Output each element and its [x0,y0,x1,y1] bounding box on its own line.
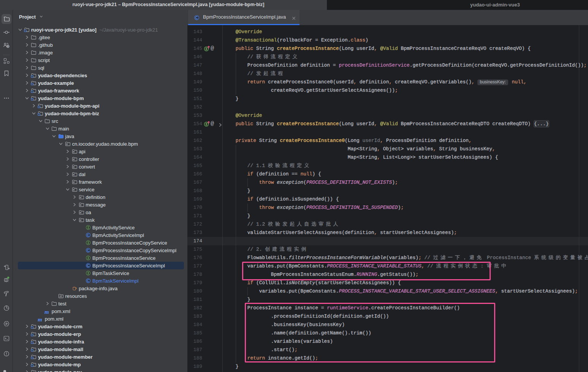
svg-text:?: ? [7,45,9,48]
